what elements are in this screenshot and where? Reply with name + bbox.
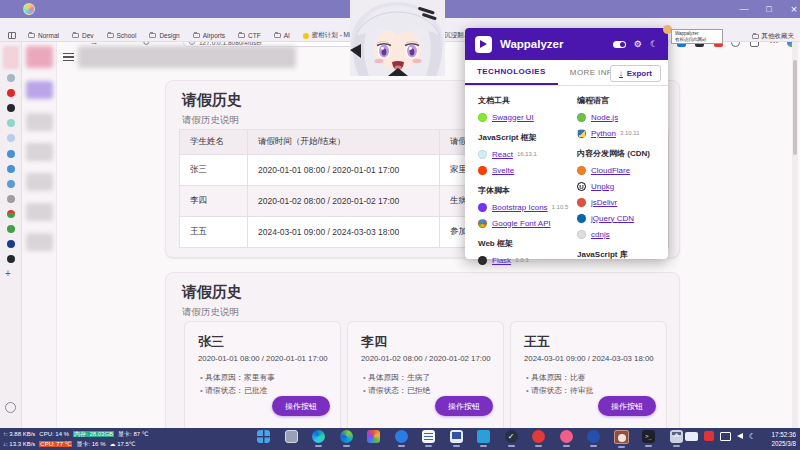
- taskbar-app-navy[interactable]: [586, 430, 601, 448]
- menu-hamburger-icon[interactable]: [63, 53, 74, 61]
- censored-nav-item[interactable]: [26, 233, 53, 251]
- taskbar-app-terminal[interactable]: >_: [641, 430, 656, 448]
- taskbar-app-avatar-active[interactable]: [614, 430, 629, 448]
- tech-item[interactable]: Python3.10.11: [577, 125, 665, 141]
- tab-favicon[interactable]: [7, 225, 15, 233]
- tech-link[interactable]: Unpkg: [591, 182, 614, 191]
- taskbar-clock[interactable]: 17:52:36 2025/3/8: [771, 430, 796, 448]
- other-favorites[interactable]: 其他收藏夹: [752, 32, 795, 41]
- bookmark-folder[interactable]: School: [107, 32, 137, 39]
- action-button[interactable]: 操作按钮: [272, 396, 330, 416]
- tech-item[interactable]: Node.js: [577, 109, 665, 125]
- tech-link[interactable]: jsDelivr: [591, 198, 617, 207]
- tab-strip-settings-icon[interactable]: [5, 402, 16, 413]
- tab-favicon[interactable]: [7, 195, 15, 203]
- tech-link[interactable]: Flask: [492, 256, 511, 265]
- minimize-button[interactable]: —: [733, 0, 755, 18]
- tech-item[interactable]: React16.13.1: [478, 146, 570, 162]
- settings-gear-icon[interactable]: ⚙: [634, 40, 642, 49]
- taskbar-app-music[interactable]: [531, 430, 546, 448]
- censored-page-header: [78, 46, 296, 68]
- tab-favicon[interactable]: [7, 210, 15, 218]
- browser-profile-icon[interactable]: [23, 3, 35, 15]
- download-icon: ↓: [619, 70, 623, 78]
- new-tab-button[interactable]: +: [5, 268, 11, 279]
- taskbar-app-blue[interactable]: [394, 430, 409, 448]
- bookmark-folder[interactable]: Design: [149, 32, 179, 39]
- theme-moon-icon[interactable]: ☾: [650, 40, 658, 49]
- tab-favicon-youtube[interactable]: [7, 89, 15, 97]
- tab-favicon-github[interactable]: [7, 104, 15, 112]
- page-scrollbar-thumb[interactable]: [793, 60, 797, 155]
- tab-favicon[interactable]: [7, 74, 15, 82]
- traffic-monitor[interactable]: ↑: 3.88 KB/sCPU: 14 %内存: 28.03GB显卡: 87 ℃…: [3, 429, 153, 449]
- tab-technologies[interactable]: TECHNOLOGIES: [465, 60, 558, 85]
- tab-favicon[interactable]: [7, 180, 15, 188]
- do-not-disturb-icon[interactable]: ☾: [749, 432, 756, 441]
- tech-link[interactable]: Svelte: [492, 166, 514, 175]
- censored-nav-item[interactable]: [26, 143, 53, 161]
- tech-link[interactable]: Bootstrap Icons: [492, 203, 548, 212]
- volume-icon[interactable]: [737, 433, 743, 439]
- tech-item[interactable]: Flask2.0.3: [478, 252, 570, 268]
- bookmark-folder[interactable]: AI: [274, 32, 290, 39]
- nodejs-icon: [577, 113, 586, 122]
- bookmark-folder[interactable]: Dev: [72, 32, 94, 39]
- censored-nav-item[interactable]: [26, 113, 53, 131]
- tech-link[interactable]: Python: [591, 129, 616, 138]
- tray-display-icon[interactable]: [720, 432, 731, 441]
- check-icon: ✓: [505, 430, 518, 443]
- censored-nav-item[interactable]: [26, 173, 53, 191]
- maximize-button[interactable]: □: [758, 0, 780, 18]
- tech-link[interactable]: jQuery CDN: [591, 214, 634, 223]
- tech-item[interactable]: Svelte: [478, 162, 570, 178]
- tab-favicon-github[interactable]: [7, 255, 15, 263]
- active-tab-thumbnail[interactable]: [3, 46, 19, 69]
- tech-link[interactable]: cdnjs: [591, 230, 610, 239]
- action-button[interactable]: 操作按钮: [598, 396, 656, 416]
- censored-nav-item-active[interactable]: [26, 46, 53, 68]
- enable-toggle[interactable]: [613, 41, 626, 48]
- tech-link[interactable]: Swagger UI: [492, 113, 534, 122]
- tab-favicon[interactable]: [7, 119, 15, 127]
- tab-favicon[interactable]: [7, 150, 15, 158]
- tech-item[interactable]: cdnjs: [577, 226, 665, 242]
- tech-item[interactable]: Google Font API: [478, 215, 570, 231]
- input-method-icon[interactable]: [685, 432, 698, 441]
- tech-link[interactable]: Node.js: [591, 113, 618, 122]
- system-tray: ^ ☾: [674, 431, 756, 441]
- tab-favicon[interactable]: [7, 165, 15, 173]
- tech-link[interactable]: CloudFlare: [591, 166, 630, 175]
- task-view-button[interactable]: [284, 430, 299, 448]
- tech-item[interactable]: jQuery CDN: [577, 210, 665, 226]
- tab-favicon[interactable]: [7, 134, 15, 142]
- taskbar-app-pink[interactable]: [559, 430, 574, 448]
- taskbar-app-photos[interactable]: [366, 430, 381, 448]
- tech-item[interactable]: Bootstrap Icons1.10.5: [478, 199, 570, 215]
- tech-item[interactable]: Swagger UI: [478, 109, 570, 125]
- taskbar-app-todo[interactable]: ✓: [504, 430, 519, 448]
- sidebar-toggle-icon[interactable]: [8, 32, 16, 39]
- censored-nav-item[interactable]: [26, 203, 53, 221]
- taskbar-app-browser2[interactable]: [339, 430, 354, 448]
- tab-favicon[interactable]: [7, 240, 15, 248]
- tech-item[interactable]: CloudFlare: [577, 162, 665, 178]
- tray-chevron-up-icon[interactable]: ^: [674, 432, 679, 441]
- tech-item[interactable]: jsDelivr: [577, 194, 665, 210]
- taskbar-app-vscode[interactable]: [476, 430, 491, 448]
- tech-item[interactable]: UUnpkg: [577, 178, 665, 194]
- taskbar-app-remote[interactable]: [449, 430, 464, 448]
- bookmark-folder[interactable]: CTF: [238, 32, 261, 39]
- export-button[interactable]: ↓ Export: [610, 65, 661, 82]
- taskbar-app-reader[interactable]: [421, 430, 436, 448]
- start-button[interactable]: [256, 430, 271, 448]
- tray-app-icon[interactable]: [704, 431, 714, 441]
- bookmark-folder[interactable]: Normal: [28, 32, 59, 39]
- tech-link[interactable]: Google Font API: [492, 219, 551, 228]
- taskbar-app-edge[interactable]: [311, 430, 326, 448]
- bookmark-folder[interactable]: Airports: [193, 32, 225, 39]
- censored-nav-item[interactable]: [26, 81, 53, 99]
- tech-link[interactable]: React: [492, 150, 513, 159]
- close-button[interactable]: ×: [783, 0, 800, 18]
- action-button[interactable]: 操作按钮: [435, 396, 493, 416]
